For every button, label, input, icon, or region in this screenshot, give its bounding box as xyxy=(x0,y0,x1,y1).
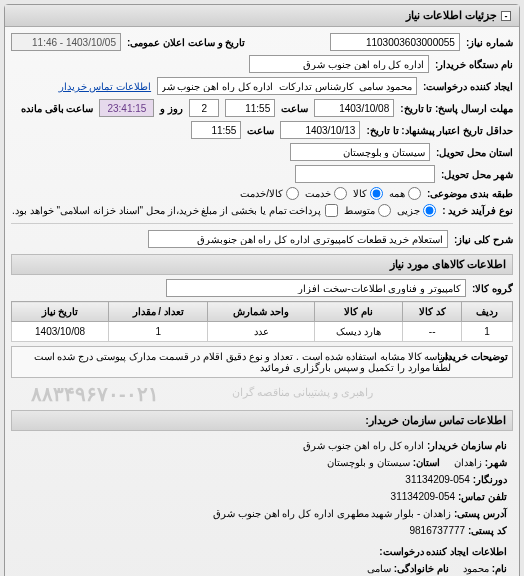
panel-title: جزئیات اطلاعات نیاز xyxy=(406,9,497,22)
c-name-label: نام: xyxy=(492,563,507,574)
org-input[interactable] xyxy=(249,55,429,73)
c-family-label: نام خانوادگی: xyxy=(394,563,449,574)
proc-minor-radio[interactable]: جزیی xyxy=(397,204,436,217)
subject-label: شرح کلی نیاز: xyxy=(454,234,513,245)
buyer-desc-text: شناسه کالا مشابه استفاده شده است . تعداد… xyxy=(16,351,451,373)
collapse-icon[interactable]: - xyxy=(501,11,511,21)
days-input xyxy=(189,99,219,117)
goods-group-label: گروه کالا: xyxy=(472,283,513,294)
th-qty: تعداد / مقدار xyxy=(109,302,208,322)
group-goods-service-radio[interactable]: کالا/خدمت xyxy=(240,187,299,200)
buyer-desc-box: توضیحات خریدار: شناسه کالا مشابه استفاده… xyxy=(11,346,513,378)
c-phone-label: تلفن تماس: xyxy=(458,491,507,502)
proc-note-check[interactable]: پرداخت تمام یا بخشی از مبلغ خرید،از محل … xyxy=(12,204,338,217)
city-input[interactable] xyxy=(295,165,435,183)
deadline-time-input[interactable] xyxy=(225,99,275,117)
req-no-input[interactable] xyxy=(330,33,460,51)
group-goods-radio[interactable]: کالا xyxy=(353,187,383,200)
c-name: محمود xyxy=(463,563,489,574)
req-no-label: شماره نیاز: xyxy=(466,37,513,48)
buyer-desc-label: توضیحات خریدار: xyxy=(457,351,508,373)
remain-time: 23:41:15 xyxy=(99,99,154,117)
contact-section: نام سازمان خریدار: اداره کل راه اهن جنوب… xyxy=(11,431,513,576)
panel-header: - جزئیات اطلاعات نیاز xyxy=(5,5,519,27)
c-post-label: کد پستی: xyxy=(468,525,507,536)
announce-value: 1403/10/05 - 11:46 xyxy=(11,33,121,51)
province-label: استان محل تحویل: xyxy=(436,147,513,158)
proc-medium-radio[interactable]: متوسط xyxy=(344,204,391,217)
th-date: تاریخ نیاز xyxy=(12,302,109,322)
province-input[interactable] xyxy=(290,143,430,161)
cell-code: -- xyxy=(403,322,462,342)
c-org-label: نام سازمان خریدار: xyxy=(427,440,507,451)
cell-idx: 1 xyxy=(462,322,513,342)
table-header-row: ردیف کد کالا نام کالا واحد شمارش تعداد /… xyxy=(12,302,513,322)
creator-section-title: اطلاعات ایجاد کننده درخواست: xyxy=(17,543,507,560)
cell-qty: 1 xyxy=(109,322,208,342)
creator-label: ایجاد کننده درخواست: xyxy=(423,81,513,92)
deadline-label: مهلت ارسال پاسخ: تا تاریخ: xyxy=(400,103,513,114)
c-province: سیستان و بلوچستان xyxy=(327,457,410,468)
proc-label: نوع فرآیند خرید : xyxy=(442,205,513,216)
c-org: اداره کل راه اهن جنوب شرق xyxy=(303,440,424,451)
c-fax: 054-31134209 xyxy=(405,474,470,485)
cell-name: هارد دیسک xyxy=(314,322,402,342)
city-label: شهر محل تحویل: xyxy=(441,169,513,180)
th-unit: واحد شمارش xyxy=(208,302,314,322)
c-post: 9816737777 xyxy=(409,525,465,536)
announce-label: تاریخ و ساعت اعلان عمومی: xyxy=(127,37,245,48)
deadline-date-input[interactable] xyxy=(314,99,394,117)
time-label-1: ساعت xyxy=(281,103,308,114)
org-label: نام دستگاه خریدار: xyxy=(435,59,513,70)
watermark-phone: ۸۸۳۴۹۶۷۰-۰۲۱ xyxy=(31,382,159,406)
group-service-radio[interactable]: خدمت xyxy=(305,187,347,200)
table-row[interactable]: 1 -- هارد دیسک عدد 1 1403/10/08 xyxy=(12,322,513,342)
goods-group-input[interactable] xyxy=(166,279,466,297)
c-phone: 054-31134209 xyxy=(391,491,456,502)
buyer-contact-link[interactable]: اطلاعات تماس خریدار xyxy=(59,81,152,92)
contact-section-title: اطلاعات تماس سازمان خریدار: xyxy=(11,410,513,431)
th-name: نام کالا xyxy=(314,302,402,322)
th-code: کد کالا xyxy=(403,302,462,322)
days-label: روز و xyxy=(160,103,183,114)
subject-input[interactable] xyxy=(148,230,448,248)
goods-section-title: اطلاعات کالاهای مورد نیاز xyxy=(11,254,513,275)
th-idx: ردیف xyxy=(462,302,513,322)
c-addr-label: آدرس پستی: xyxy=(454,508,507,519)
c-province-label: استان: xyxy=(413,457,440,468)
group-all-radio[interactable]: همه xyxy=(389,187,421,200)
c-addr: زاهدان - بلوار شهید مطهری اداره کل راه ا… xyxy=(213,508,451,519)
c-city: زاهدان xyxy=(454,457,482,468)
time-label-2: ساعت xyxy=(247,125,274,136)
cell-unit: عدد xyxy=(208,322,314,342)
creator-input[interactable] xyxy=(157,77,417,95)
validity-label: حداقل تاریخ اعتبار پیشنهاد: تا تاریخ: xyxy=(366,125,513,136)
cell-date: 1403/10/08 xyxy=(12,322,109,342)
watermark-row: ۸۸۳۴۹۶۷۰-۰۲۱ راهبری و پشتیبانی مناقصه گر… xyxy=(11,382,513,404)
validity-time-input[interactable] xyxy=(191,121,241,139)
validity-date-input[interactable] xyxy=(280,121,360,139)
watermark-label: راهبری و پشتیبانی مناقصه گران xyxy=(232,386,373,399)
remain-label: ساعت باقی مانده xyxy=(21,103,94,114)
c-family: سامی xyxy=(367,563,391,574)
goods-table: ردیف کد کالا نام کالا واحد شمارش تعداد /… xyxy=(11,301,513,342)
details-panel: - جزئیات اطلاعات نیاز شماره نیاز: تاریخ … xyxy=(4,4,520,576)
group-label: طبقه بندی موضوعی: xyxy=(427,188,513,199)
c-fax-label: دورنگار: xyxy=(473,474,507,485)
c-city-label: شهر: xyxy=(485,457,507,468)
